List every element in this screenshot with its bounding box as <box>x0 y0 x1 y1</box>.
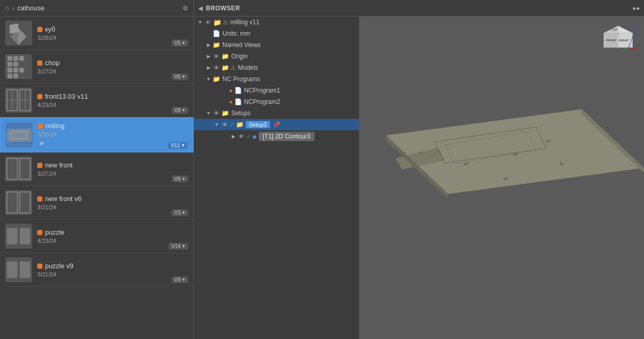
list-item[interactable]: puzzle v9 3/21/24 V9 ▼ <box>0 253 193 287</box>
item-date: 3/27/24 <box>37 68 188 74</box>
list-item[interactable]: new front v6 3/21/24 V3 ▼ <box>0 186 193 220</box>
version-badge[interactable]: V14 ▼ <box>169 243 188 250</box>
version-chevron-icon: ▼ <box>182 74 186 79</box>
item-name: front13.03 v11 <box>37 93 188 100</box>
eye-icon[interactable]: 👁 <box>221 121 228 128</box>
setups-folder-icon: 📁 <box>221 110 229 117</box>
tree-item-contour3[interactable]: ▶ 👁 ✓ ◆ [T1] 2D Contour3 <box>194 130 359 143</box>
item-date: 4/23/24 <box>37 102 188 108</box>
item-thumbnail <box>5 224 32 249</box>
item-thumbnail <box>5 88 32 113</box>
expand-setup2-icon[interactable]: ▼ <box>213 120 221 129</box>
tree-item-origin[interactable]: ▶ 👁 📁 Origin <box>194 51 359 62</box>
version-badge[interactable]: V9 ▼ <box>172 276 188 283</box>
list-item[interactable]: куб 3/28/24 V5 ▼ <box>0 17 193 50</box>
tree-item-ncprogram1[interactable]: ● 📄 NCProgram1 <box>194 85 359 96</box>
left-panel: ⌂ › cathouse ⚙ куб 3/28/24 V5 <box>0 0 194 339</box>
origin-folder-icon: 📁 <box>221 53 229 60</box>
eye-icon[interactable]: 👁 <box>204 19 212 26</box>
svg-rect-11 <box>8 74 12 79</box>
list-item[interactable]: chop 3/27/24 V6 ▼ <box>0 50 193 84</box>
sync-indicator: ⟳ <box>38 140 188 148</box>
item-color-icon <box>37 60 42 66</box>
cloud-sync-icon: ⟳ <box>38 140 46 148</box>
expand-named-views-icon[interactable]: ▶ <box>204 41 213 49</box>
version-badge[interactable]: V8 ▼ <box>172 107 188 114</box>
check-icon: ✓ <box>230 121 234 128</box>
version-badge[interactable]: V11 ▼ <box>168 142 188 149</box>
list-item[interactable]: front13.03 v11 4/23/24 V8 ▼ <box>0 84 193 117</box>
home-icon[interactable]: ⌂ <box>5 4 9 12</box>
list-item-active[interactable]: milling 3/28/24 ⟳ V11 ▼ <box>0 117 193 152</box>
tree-item-units[interactable]: 📄 Units: mm <box>194 28 359 39</box>
item-color-icon <box>38 124 43 129</box>
tree-item-models[interactable]: ▶ 👁 📁 ⚠ Models <box>194 62 359 73</box>
expand-nc-icon[interactable]: ▼ <box>204 75 213 83</box>
expand-setups-icon[interactable]: ▼ <box>204 109 213 117</box>
tree-item-setups[interactable]: ▼ 👁 📁 Setups <box>194 107 359 119</box>
svg-rect-6 <box>8 62 12 67</box>
warning-icon: ⚠ <box>223 19 228 26</box>
item-date: 3/21/24 <box>37 204 188 210</box>
view-cube[interactable]: TOP FRONT RIGHT Z X <box>597 22 639 63</box>
svg-rect-10 <box>19 68 24 72</box>
eye-icon[interactable]: 👁 <box>213 110 220 117</box>
svg-rect-8 <box>8 68 12 72</box>
item-info: puzzle 4/23/24 <box>37 228 188 244</box>
item-color-icon <box>37 264 42 269</box>
settings-icon[interactable]: ⚙ <box>183 5 188 12</box>
tree-label-named-views: Named Views <box>222 41 261 49</box>
item-name: new front <box>37 161 188 169</box>
expand-icon[interactable]: ▼ <box>196 18 204 26</box>
svg-rect-21 <box>7 159 17 180</box>
tree-panel: ▼ 👁 📁 ⚠ milling v11 📄 Units: mm ▶ <box>194 17 360 339</box>
tree-label-ncprogram1: NCProgram1 <box>244 87 280 94</box>
expand-origin-icon[interactable]: ▶ <box>204 52 213 60</box>
nc-file-icon: 📄 <box>234 87 242 94</box>
item-info: new front v6 3/21/24 <box>37 195 188 210</box>
tree-label-origin: Origin <box>231 53 248 60</box>
eye-icon[interactable]: 👁 <box>213 64 220 71</box>
list-item[interactable]: puzzle 4/23/24 V14 ▼ <box>0 220 193 253</box>
item-name: milling <box>38 122 188 130</box>
item-thumbnail <box>5 157 32 181</box>
expand-models-icon[interactable]: ▶ <box>204 64 213 72</box>
browser-back-button[interactable]: ◀ <box>198 5 203 12</box>
browser-header: ◀ BROWSER ●● <box>194 0 644 17</box>
svg-text:FRONT: FRONT <box>606 39 617 42</box>
setup2-folder-icon: 📁 <box>236 121 244 128</box>
svg-text:RIGHT: RIGHT <box>619 39 629 42</box>
item-color-icon <box>37 27 42 32</box>
browser-options-button[interactable]: ●● <box>633 5 640 12</box>
item-info: milling 3/28/24 ⟳ <box>38 122 188 148</box>
folder-icon: 📁 <box>213 19 221 26</box>
contour-blue-icon: ◆ <box>252 133 257 140</box>
tree-item-nc-programs[interactable]: ▼ 📁 NC Programs <box>194 73 359 85</box>
left-header: ⌂ › cathouse ⚙ <box>0 0 193 17</box>
item-color-icon <box>37 163 42 168</box>
tree-item-ncprogram2[interactable]: ● 📄 NCProgram2 <box>194 96 359 107</box>
version-badge[interactable]: V5 ▼ <box>172 40 188 47</box>
version-chevron-icon: ▼ <box>182 278 186 282</box>
item-thumbnail <box>5 190 32 215</box>
tree-item-root[interactable]: ▼ 👁 📁 ⚠ milling v11 <box>194 17 359 28</box>
version-badge[interactable]: V3 ▼ <box>172 209 188 216</box>
eye-icon[interactable]: 👁 <box>213 53 220 60</box>
svg-line-58 <box>621 48 628 53</box>
spacer <box>221 86 229 95</box>
version-chevron-icon: ▼ <box>182 108 186 113</box>
version-badge[interactable]: V6 ▼ <box>172 73 188 80</box>
tree-item-named-views[interactable]: ▶ 📁 Named Views <box>194 39 359 51</box>
tree-item-setup2[interactable]: ▼ 👁 ✓ 📁 Setup2 📌 <box>194 119 359 130</box>
expand-contour-icon[interactable]: ▶ <box>229 132 237 141</box>
list-item[interactable]: new front 3/27/24 V8 ▼ <box>0 152 193 186</box>
svg-rect-22 <box>20 159 30 180</box>
tree-label-root: milling v11 <box>230 19 260 26</box>
svg-text:TOP: TOP <box>610 28 618 32</box>
version-badge[interactable]: V8 ▼ <box>172 176 188 182</box>
eye-icon[interactable]: 👁 <box>237 133 245 140</box>
pin-icon: 📌 <box>273 121 280 128</box>
contour3-icons: 👁 ✓ ◆ <box>237 133 257 140</box>
warning-icon: ⚠ <box>231 65 236 71</box>
item-date: 3/27/24 <box>37 171 188 177</box>
